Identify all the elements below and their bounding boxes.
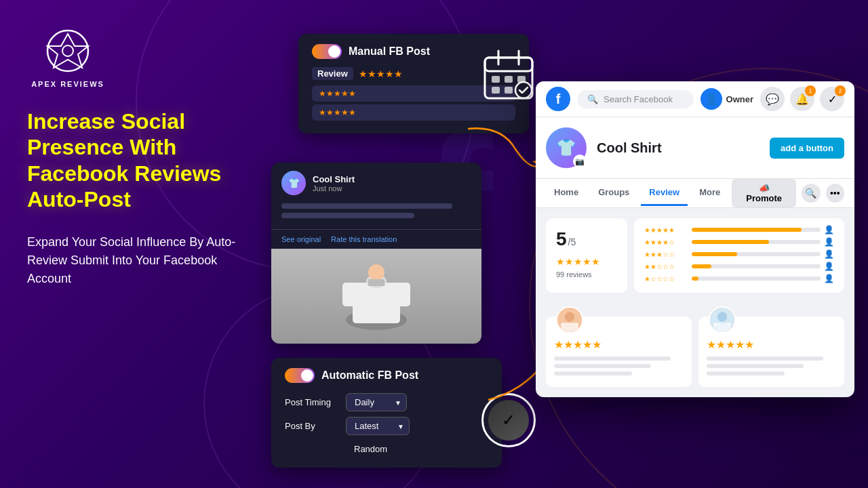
svg-rect-4 — [485, 58, 532, 71]
post-timing-select[interactable]: Daily Weekly Monthly — [346, 393, 407, 411]
svg-rect-16 — [393, 283, 410, 306]
post-timing-select-wrapper[interactable]: Daily Weekly Monthly — [346, 393, 407, 411]
shirt-svg — [336, 262, 417, 330]
svg-point-27 — [717, 312, 727, 321]
fb-nav-icons: 💬 🔔 1 ✓ 2 — [760, 87, 844, 111]
svg-rect-29 — [713, 323, 730, 333]
tab-groups[interactable]: Groups — [590, 180, 637, 206]
bar-bg-2 — [692, 264, 821, 268]
post-by-select-wrapper[interactable]: Latest Random Oldest — [346, 417, 410, 435]
bar-icon-4: 👤 — [824, 237, 834, 247]
fb-page-more-icon[interactable]: ••• — [826, 184, 844, 203]
post-text-line-2 — [281, 213, 414, 218]
fb-page-avatar: 👕 📷 — [546, 127, 587, 168]
post-username: Cool Shirt — [313, 174, 355, 184]
translate-bar: See original Rate this translation — [271, 229, 481, 249]
post-by-row: Post By Latest Random Oldest — [285, 417, 488, 435]
star-bars: ★★★★★ 👤 ★★★★☆ 👤 ★★★☆☆ 👤 — [634, 218, 844, 293]
svg-rect-11 — [505, 87, 513, 94]
rating-count: 99 reviews — [556, 270, 617, 279]
star-bar-5: ★★★★★ 👤 — [644, 225, 834, 235]
fb-page-search-icon[interactable]: 🔍 — [802, 184, 820, 203]
sub-heading: Expand Your Social Influence By Auto-Rev… — [27, 233, 258, 288]
stars-5: ★★★★★ — [644, 226, 688, 234]
review-line-1a — [554, 357, 671, 361]
review-line-2b — [707, 364, 804, 368]
auto-card-title: Automatic FB Post — [321, 369, 418, 382]
promote-button[interactable]: 📣 Promote — [732, 179, 796, 207]
post-image — [271, 249, 481, 344]
robot-circle: ✓ — [481, 393, 536, 447]
svg-rect-7 — [492, 76, 500, 83]
bar-icon-5: 👤 — [824, 225, 834, 235]
svg-rect-19 — [368, 279, 384, 286]
robot-icon: ✓ — [488, 400, 529, 441]
bar-fill-1 — [692, 277, 698, 281]
fb-check-icon[interactable]: ✓ 2 — [820, 87, 844, 111]
fb-owner-area: 👤 Owner — [701, 88, 753, 110]
fb-navbar: f 🔍 Search Facebook 👤 Owner 💬 🔔 1 ✓ 2 — [536, 81, 854, 117]
svg-point-23 — [565, 312, 574, 321]
search-placeholder: Search Facebook — [604, 94, 673, 104]
auto-toggle[interactable] — [285, 368, 315, 383]
review-line-2a — [707, 357, 823, 361]
fb-page-nav: Home Groups Review More 📣 Promote 🔍 ••• — [536, 179, 854, 208]
auto-card-header: Automatic FB Post — [285, 368, 488, 383]
review-line-2c — [707, 371, 785, 375]
tab-review[interactable]: Review — [641, 180, 688, 206]
camera-icon[interactable]: 📷 — [573, 155, 587, 168]
fb-notifications-icon[interactable]: 🔔 1 — [790, 87, 814, 111]
post-by-label: Post By — [285, 421, 339, 431]
tab-more[interactable]: More — [691, 180, 728, 206]
post-preview-card: 👕 Cool Shirt Just now See original Rate … — [271, 163, 481, 344]
rating-score: 5 — [556, 228, 567, 250]
reviewer-img-1 — [557, 308, 582, 332]
left-section: APEX REVIEWS Increase Social Presence Wi… — [27, 27, 258, 288]
fb-content: 5 /5 ★★★★★ 99 reviews ★★★★★ 👤 ★★★★☆ 👤 — [536, 208, 854, 303]
stars-1: ★☆☆☆☆ — [644, 275, 688, 283]
svg-point-12 — [515, 82, 532, 98]
bar-fill-3 — [692, 252, 737, 256]
post-timing-row: Post Timing Daily Weekly Monthly — [285, 393, 488, 411]
star-bar-1: ★☆☆☆☆ 👤 — [644, 274, 834, 283]
fb-page-name: Cool Shirt — [597, 140, 760, 156]
add-button[interactable]: add a button — [770, 138, 844, 159]
see-original-btn[interactable]: See original — [281, 235, 321, 243]
stars-1: ★★★★★ — [319, 89, 356, 98]
post-timing-label: Post Timing — [285, 397, 339, 407]
fb-page-header: 👕 📷 Cool Shirt add a button — [536, 117, 854, 179]
post-by-select[interactable]: Latest Random Oldest — [346, 417, 410, 435]
logo-area: APEX REVIEWS — [27, 27, 108, 88]
fb-page-actions: 📣 Promote 🔍 ••• — [732, 179, 844, 207]
middle-section: Manual FB Post Review ★★★★★ ★★★★★ ★★★★★ — [258, 14, 542, 474]
post-content — [271, 203, 481, 229]
apex-reviews-logo — [44, 27, 92, 75]
review-card-1: ★★★★★ — [546, 317, 692, 387]
reviewer-avatar-1 — [556, 306, 583, 333]
bar-icon-2: 👤 — [824, 262, 834, 271]
post-avatar: 👕 — [281, 171, 306, 195]
tab-home[interactable]: Home — [546, 180, 587, 206]
fb-search-bar[interactable]: 🔍 Search Facebook — [577, 90, 694, 108]
svg-rect-15 — [342, 283, 359, 306]
fb-messenger-icon[interactable]: 💬 — [760, 87, 785, 111]
manual-toggle[interactable] — [312, 44, 342, 59]
calendar-icon — [481, 47, 536, 102]
rating-denominator: /5 — [568, 237, 576, 247]
auto-toggle-knob — [301, 369, 313, 382]
rate-translation-btn[interactable]: Rate this translation — [331, 235, 397, 243]
reviewer-img-2 — [710, 308, 734, 332]
post-header: 👕 Cool Shirt Just now — [271, 163, 481, 203]
bar-bg-4 — [692, 240, 821, 244]
stars-2: ★★☆☆☆ — [644, 263, 688, 270]
svg-rect-14 — [353, 283, 400, 323]
star-bar-3: ★★★☆☆ 👤 — [644, 249, 834, 259]
star-bar-4: ★★★★☆ 👤 — [644, 237, 834, 247]
star-bar-2: ★★☆☆☆ 👤 — [644, 262, 834, 271]
review-card-1-stars: ★★★★★ — [554, 338, 684, 351]
svg-point-2 — [62, 45, 73, 56]
review-card-2: ★★★★★ — [698, 317, 844, 387]
bar-bg-1 — [692, 277, 821, 281]
fb-owner-label: Owner — [726, 94, 753, 104]
calendar-area — [481, 47, 536, 104]
